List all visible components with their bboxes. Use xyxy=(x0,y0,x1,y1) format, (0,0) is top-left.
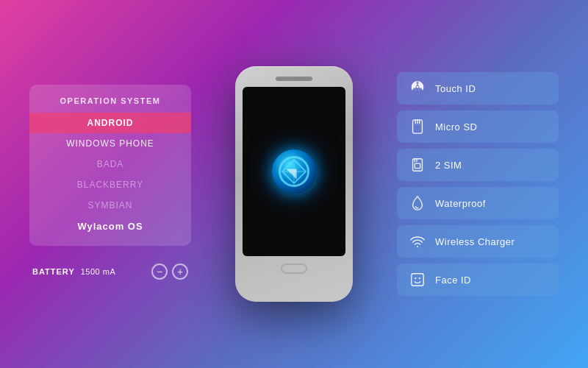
phone-device xyxy=(235,66,353,302)
battery-controls: − + xyxy=(151,263,188,280)
battery-section: BATTERY 1500 mA − + xyxy=(29,259,191,284)
battery-value: 1500 mA xyxy=(81,267,116,276)
feature-item-waterproof[interactable]: Waterproof xyxy=(397,187,559,219)
feature-label-wireless-charger: Wireless Charger xyxy=(435,236,514,247)
svg-point-15 xyxy=(419,277,420,279)
phone-speaker xyxy=(276,77,312,81)
svg-point-14 xyxy=(415,277,416,279)
os-section: OPERATION SYSTEM ANDROIDWINDOWS PHONEBAD… xyxy=(29,85,191,246)
feature-label-micro-sd: Micro SD xyxy=(435,121,477,132)
os-item-wylacom-os[interactable]: Wylacom OS xyxy=(29,216,191,237)
phone-screen xyxy=(243,87,345,256)
fingerprint-icon xyxy=(409,79,426,97)
feature-item-micro-sd[interactable]: Micro SD xyxy=(397,110,559,143)
battery-minus-button[interactable]: − xyxy=(151,263,168,280)
sd-card-icon xyxy=(409,118,426,135)
feature-label-two-sim: 2 SIM xyxy=(435,160,462,171)
os-item-android[interactable]: ANDROID xyxy=(29,113,191,133)
feature-item-touch-id[interactable]: Touch ID xyxy=(397,72,559,105)
battery-label: BATTERY xyxy=(32,267,75,276)
svg-rect-9 xyxy=(415,163,420,168)
wireless-icon xyxy=(409,233,426,250)
water-icon xyxy=(409,194,426,212)
face-icon xyxy=(409,271,426,289)
phone-home-button[interactable] xyxy=(281,263,307,274)
feature-label-face-id: Face ID xyxy=(435,275,471,286)
svg-rect-13 xyxy=(412,274,424,286)
svg-point-3 xyxy=(417,86,419,88)
os-item-bada[interactable]: BADA xyxy=(29,154,191,174)
svg-rect-8 xyxy=(413,159,423,171)
battery-plus-button[interactable]: + xyxy=(172,263,188,280)
feature-label-touch-id: Touch ID xyxy=(435,83,476,94)
left-panel: OPERATION SYSTEM ANDROIDWINDOWS PHONEBAD… xyxy=(29,85,191,284)
os-item-blackberry[interactable]: BLACKBERRY xyxy=(29,174,191,195)
phone-container xyxy=(191,66,397,302)
feature-item-face-id[interactable]: Face ID xyxy=(397,263,559,296)
os-section-title: OPERATION SYSTEM xyxy=(60,93,161,113)
phone-logo xyxy=(272,149,316,194)
os-item-windows-phone[interactable]: WINDOWS PHONE xyxy=(29,133,191,154)
sim-icon xyxy=(409,156,426,174)
feature-item-wireless-charger[interactable]: Wireless Charger xyxy=(397,225,559,258)
os-item-symbian[interactable]: SYMBIAN xyxy=(29,195,191,216)
feature-label-waterproof: Waterproof xyxy=(435,198,486,209)
right-panel: Touch IDMicro SD2 SIMWaterproofWireless … xyxy=(397,72,559,296)
svg-point-12 xyxy=(417,246,418,247)
feature-item-two-sim[interactable]: 2 SIM xyxy=(397,149,559,181)
